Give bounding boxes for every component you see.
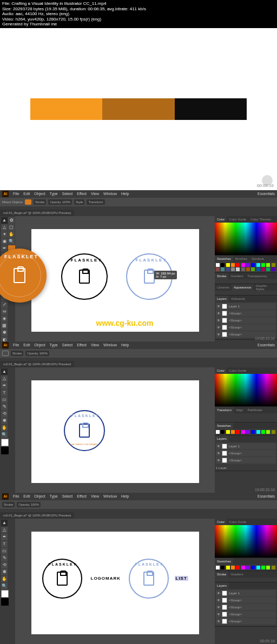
layer-row[interactable]: 👁 <Group>: [216, 450, 276, 457]
eyedropper-tool-icon[interactable]: ✽: [1, 418, 8, 424]
tab-color-guide[interactable]: Color Guide: [227, 367, 248, 374]
selection-tool-icon[interactable]: ▲: [1, 217, 8, 224]
pen-tool-icon[interactable]: ✒: [1, 534, 8, 540]
tab-layers[interactable]: Layers: [215, 296, 229, 302]
transform-field[interactable]: Transform: [87, 199, 104, 205]
hand-tool-icon[interactable]: ✋: [8, 231, 15, 238]
menu-window[interactable]: Window: [103, 343, 117, 347]
tab-graphic-styles[interactable]: Graphic Styles: [253, 284, 277, 291]
layer-row[interactable]: 👁 Layer 1: [216, 443, 276, 450]
color-spectrum[interactable]: [215, 374, 277, 406]
layer-row[interactable]: 👁 <Group>: [216, 611, 276, 618]
tab-color-guide[interactable]: Color Guide: [227, 216, 248, 223]
tab-artboards[interactable]: Artboards: [229, 296, 247, 302]
swatch-grid[interactable]: [215, 262, 277, 272]
menu-file[interactable]: File: [13, 192, 19, 196]
style-field[interactable]: Style: [74, 199, 84, 205]
tab-transform[interactable]: Transform: [215, 407, 234, 413]
tab-appearance[interactable]: Appearance: [232, 284, 253, 291]
menu-type[interactable]: Type: [50, 494, 58, 498]
eyedropper-tool-icon[interactable]: ✽: [1, 330, 8, 336]
menu-help[interactable]: Help: [121, 192, 129, 196]
canvas[interactable]: FLASKLET LOGOMARK FLASKLET LIST: [15, 519, 215, 644]
layer-row[interactable]: 👁 <Group>: [216, 457, 276, 464]
logo-badge-black[interactable]: FLASKLET: [61, 253, 108, 300]
tab-gradient[interactable]: Gradient: [228, 273, 245, 279]
tab-swatches[interactable]: Swatches: [215, 256, 233, 262]
rotate-tool-icon[interactable]: ⟲: [1, 411, 8, 417]
menu-view[interactable]: View: [91, 192, 99, 196]
tab-stroke[interactable]: Stroke: [215, 571, 228, 578]
type-tool-icon[interactable]: T: [1, 390, 8, 396]
list-label[interactable]: LIST: [175, 576, 188, 581]
zoom-tool-icon[interactable]: 🔍: [1, 432, 8, 438]
magic-wand-tool-icon[interactable]: ✦: [1, 231, 8, 238]
tab-libraries[interactable]: Libraries: [215, 284, 232, 291]
layer-row[interactable]: 👁 <Group>: [216, 604, 276, 611]
rotate-tool-icon[interactable]: ⟲: [1, 562, 8, 568]
menu-object[interactable]: Object: [34, 343, 45, 347]
layer-row[interactable]: 👁 Layer 1: [216, 303, 276, 310]
workspace-switcher[interactable]: Essentials: [258, 192, 275, 196]
rectangle-tool-icon[interactable]: ▭: [1, 397, 8, 403]
width-tool-icon[interactable]: ⇔: [1, 308, 8, 315]
gradient-tool-icon[interactable]: ▦: [1, 323, 8, 329]
menu-file[interactable]: File: [13, 494, 19, 498]
scale-tool-icon[interactable]: ⤢: [1, 301, 8, 308]
document-tab[interactable]: m2-01_Begin.ai* @ 100% (RGB/GPU Preview): [0, 361, 74, 367]
tab-color[interactable]: Color: [215, 519, 227, 525]
menu-object[interactable]: Object: [34, 192, 45, 196]
tab-swatches[interactable]: Swatches: [215, 558, 233, 565]
menu-view[interactable]: View: [91, 494, 99, 498]
logo-badge-black[interactable]: FLASKLET: [42, 559, 82, 599]
layer-row[interactable]: 👁 <Group>: [216, 597, 276, 603]
menu-file[interactable]: File: [13, 343, 19, 347]
artboard-tool-icon[interactable]: ▢: [8, 224, 15, 231]
selection-tool-icon[interactable]: ▲: [1, 520, 8, 526]
opacity-field[interactable]: Opacity 100%: [25, 351, 49, 356]
fill-color[interactable]: [1, 590, 9, 598]
blend-tool-icon[interactable]: ◐: [1, 337, 8, 341]
zoom-tool-icon[interactable]: 🔍: [1, 583, 8, 589]
stroke-field[interactable]: Stroke: [11, 351, 23, 356]
tab-symbols[interactable]: Symbols: [249, 256, 266, 262]
direct-selection-tool-icon[interactable]: △: [1, 375, 8, 382]
document-tab[interactable]: m2-01_Begin.ai* @ 100% (RGB/GPU Preview): [0, 210, 74, 216]
tab-swatches[interactable]: Swatches: [215, 422, 233, 429]
stroke-field[interactable]: Stroke: [2, 502, 15, 507]
color-spectrum[interactable]: [215, 223, 277, 255]
selection-tool-icon[interactable]: ▲: [1, 368, 8, 375]
rectangle-tool-icon[interactable]: ▭: [1, 548, 8, 554]
menu-edit[interactable]: Edit: [23, 343, 30, 347]
menu-edit[interactable]: Edit: [23, 192, 30, 196]
menu-view[interactable]: View: [91, 343, 99, 347]
menu-object[interactable]: Object: [34, 494, 45, 498]
workspace-switcher[interactable]: Essentials: [258, 494, 275, 498]
fill-color[interactable]: [1, 439, 9, 446]
pen-tool-icon[interactable]: ✒: [1, 383, 8, 389]
menu-effect[interactable]: Effect: [77, 343, 87, 347]
tab-pathfinder[interactable]: Pathfinder: [245, 407, 264, 413]
menu-help[interactable]: Help: [121, 494, 129, 498]
lasso-tool-icon[interactable]: ◉: [1, 238, 8, 245]
layer-row[interactable]: 👁 <Group>: [216, 324, 276, 331]
logo-badge-selected[interactable]: FLASKLET W: 192.94 pxH: 7 px: [126, 253, 173, 300]
tab-gradient[interactable]: Gradient: [228, 571, 245, 578]
layer-row[interactable]: 👁 <Group>: [216, 317, 276, 324]
color-spectrum[interactable]: [215, 525, 277, 558]
menu-type[interactable]: Type: [50, 192, 58, 196]
eyedropper-tool-icon[interactable]: ✽: [1, 569, 8, 575]
menu-window[interactable]: Window: [103, 192, 117, 196]
hand-tool-icon[interactable]: ✋: [1, 576, 8, 582]
stroke-field[interactable]: Stroke: [34, 199, 46, 205]
zoom-tool-icon[interactable]: 🔍: [8, 238, 15, 245]
canvas[interactable]: FLASKLET FLASKLET W: 192.94 pxH: 7 px ww…: [15, 216, 215, 341]
menu-help[interactable]: Help: [121, 343, 129, 347]
tab-layers[interactable]: Layers: [215, 582, 229, 589]
menu-window[interactable]: Window: [103, 494, 117, 498]
shape-builder-tool-icon[interactable]: ◈: [1, 316, 8, 322]
tab-brushes[interactable]: Brushes: [233, 256, 249, 262]
direct-selection-tool-icon[interactable]: △: [1, 224, 8, 231]
menu-select[interactable]: Select: [62, 494, 72, 498]
logo-badge-selected[interactable]: FLASKLET: [129, 559, 169, 599]
